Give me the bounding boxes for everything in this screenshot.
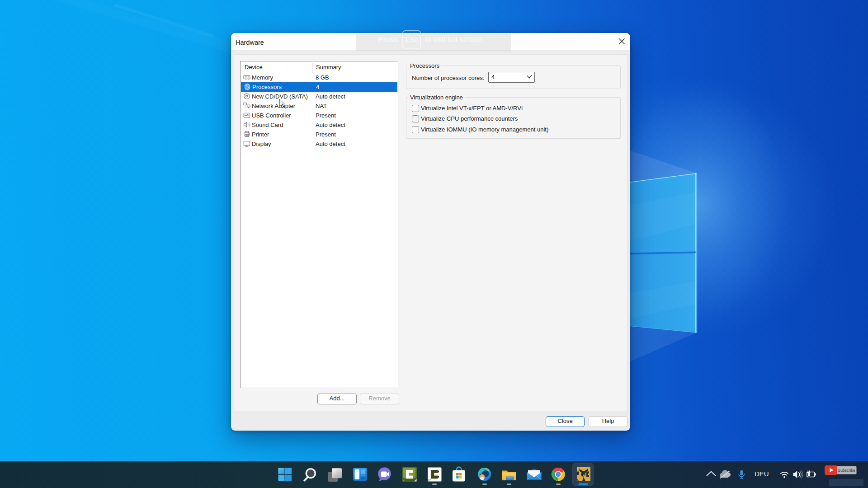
svg-text:Subscribe: Subscribe xyxy=(838,468,855,473)
